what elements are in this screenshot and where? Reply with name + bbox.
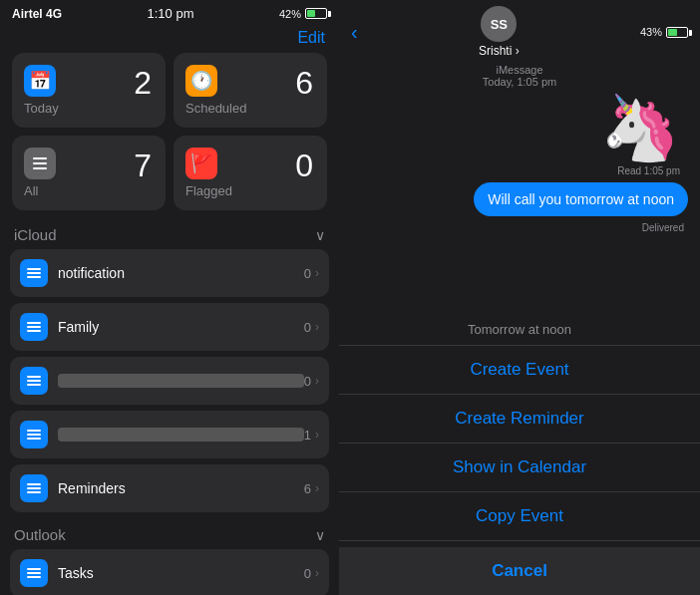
icloud-title: iCloud <box>14 226 57 243</box>
icloud-header: iCloud ∨ <box>0 218 339 249</box>
list-icon <box>20 559 48 587</box>
list-item[interactable]: notification 0 › <box>10 249 329 297</box>
svg-rect-7 <box>27 326 41 328</box>
list-label: Tasks <box>58 565 304 581</box>
today-icon: 📅 <box>24 65 56 97</box>
list-icon <box>20 313 48 341</box>
list-label: notification <box>58 265 304 281</box>
message-bubble-area: 🦄 Read 1:05 pm Will call you tomorrow at… <box>339 96 700 233</box>
imessage-label: iMessage Today, 1:05 pm <box>339 62 700 96</box>
create-event-option[interactable]: Create Event <box>339 346 700 395</box>
list-count: 6 <box>304 481 311 496</box>
msg-battery-pct: 43% <box>640 26 662 38</box>
scheduled-count: 6 <box>295 65 313 102</box>
time-left: 1:10 pm <box>148 6 194 21</box>
battery-area-left: 42% <box>279 8 327 20</box>
create-reminder-option[interactable]: Create Reminder <box>339 395 700 444</box>
svg-rect-1 <box>33 162 47 164</box>
list-icon <box>20 259 48 287</box>
battery-icon-right <box>666 27 688 38</box>
list-label-blurred2 <box>58 428 304 442</box>
list-chevron: › <box>315 481 319 495</box>
icloud-chevron[interactable]: ∨ <box>315 227 325 243</box>
message-time: Today, 1:05 pm <box>483 76 556 88</box>
back-button[interactable]: ‹ <box>351 21 358 44</box>
flagged-icon: 🚩 <box>185 148 217 179</box>
list-count: 1 <box>304 428 311 443</box>
battery-fill-right <box>668 29 677 36</box>
list-chevron: › <box>315 320 319 334</box>
list-item[interactable]: Reminders 6 › <box>10 464 329 512</box>
context-menu: Tomorrow at noon Create Event Create Rem… <box>339 310 700 595</box>
message-bubble: Will call you tomorrow at noon <box>474 182 688 216</box>
list-chevron: › <box>315 374 319 388</box>
msg-status-bar: ‹ SS Srishti › 43% <box>339 0 700 62</box>
outlook-list: Tasks 0 › <box>0 549 339 595</box>
svg-rect-14 <box>27 438 41 440</box>
svg-rect-20 <box>27 576 41 578</box>
card-all[interactable]: 7 All <box>12 136 166 210</box>
list-chevron: › <box>315 266 319 280</box>
battery-icon-left <box>305 8 327 19</box>
list-label: Family <box>58 319 304 335</box>
svg-rect-9 <box>27 376 41 378</box>
all-label: All <box>24 183 154 198</box>
svg-rect-11 <box>27 384 41 386</box>
unicorn-sticker: 🦄 <box>600 96 680 159</box>
today-label: Today <box>24 101 154 116</box>
svg-rect-19 <box>27 572 41 574</box>
svg-rect-2 <box>33 167 47 169</box>
scheduled-icon: 🕐 <box>185 65 217 97</box>
flagged-label: Flagged <box>185 183 315 198</box>
svg-rect-0 <box>33 157 47 159</box>
list-item[interactable]: 0 › <box>10 357 329 405</box>
msg-battery-area: 43% <box>640 26 688 38</box>
context-menu-title: Tomorrow at noon <box>339 310 700 346</box>
outlook-title: Outlook <box>14 526 66 543</box>
svg-rect-16 <box>27 487 41 489</box>
avatar: SS <box>481 6 517 42</box>
today-count: 2 <box>134 65 152 102</box>
copy-event-option[interactable]: Copy Event <box>339 492 700 541</box>
edit-button-area: Edit <box>0 25 339 53</box>
right-panel: ‹ SS Srishti › 43% iMessage Today, 1:05 … <box>339 0 700 595</box>
list-label: Reminders <box>58 480 304 496</box>
outlook-chevron[interactable]: ∨ <box>315 527 325 543</box>
imessage-area: ‹ SS Srishti › 43% iMessage Today, 1:05 … <box>339 0 700 319</box>
list-icon <box>20 474 48 502</box>
list-chevron: › <box>315 566 319 580</box>
list-item[interactable]: 1 › <box>10 411 329 458</box>
list-count: 0 <box>304 566 311 581</box>
svg-rect-18 <box>27 568 41 570</box>
card-today[interactable]: 📅 2 Today <box>12 53 166 128</box>
show-in-calendar-option[interactable]: Show in Calendar <box>339 444 700 492</box>
outlook-section: Outlook ∨ Tasks 0 › <box>0 518 339 595</box>
edit-button[interactable]: Edit <box>297 29 325 46</box>
battery-fill-left <box>307 10 315 17</box>
status-bar-left: Airtel 4G 1:10 pm 42% <box>0 0 339 25</box>
all-icon <box>24 148 56 179</box>
left-panel: Airtel 4G 1:10 pm 42% Edit 📅 2 Today 🕐 6… <box>0 0 339 595</box>
contact-chevron: › <box>512 44 519 58</box>
card-scheduled[interactable]: 🕐 6 Scheduled <box>174 53 327 128</box>
svg-rect-8 <box>27 330 41 332</box>
icloud-list: notification 0 › Family 0 › <box>0 249 339 512</box>
card-flagged[interactable]: 🚩 0 Flagged <box>174 136 327 210</box>
list-item[interactable]: Family 0 › <box>10 303 329 351</box>
svg-rect-15 <box>27 483 41 485</box>
summary-cards: 📅 2 Today 🕐 6 Scheduled 7 All 🚩 0 Flagge… <box>0 53 339 218</box>
svg-rect-17 <box>27 491 41 493</box>
list-chevron: › <box>315 428 319 442</box>
list-icon <box>20 421 48 448</box>
svg-rect-13 <box>27 434 41 436</box>
scheduled-label: Scheduled <box>185 101 315 116</box>
read-time: Read 1:05 pm <box>617 165 680 176</box>
battery-pct-left: 42% <box>279 8 301 20</box>
flagged-count: 0 <box>295 148 313 184</box>
list-item[interactable]: Tasks 0 › <box>10 549 329 595</box>
svg-rect-6 <box>27 322 41 324</box>
list-count: 0 <box>304 266 311 281</box>
list-count: 0 <box>304 320 311 335</box>
contact-info[interactable]: SS Srishti › <box>479 6 520 58</box>
cancel-button[interactable]: Cancel <box>339 547 700 595</box>
